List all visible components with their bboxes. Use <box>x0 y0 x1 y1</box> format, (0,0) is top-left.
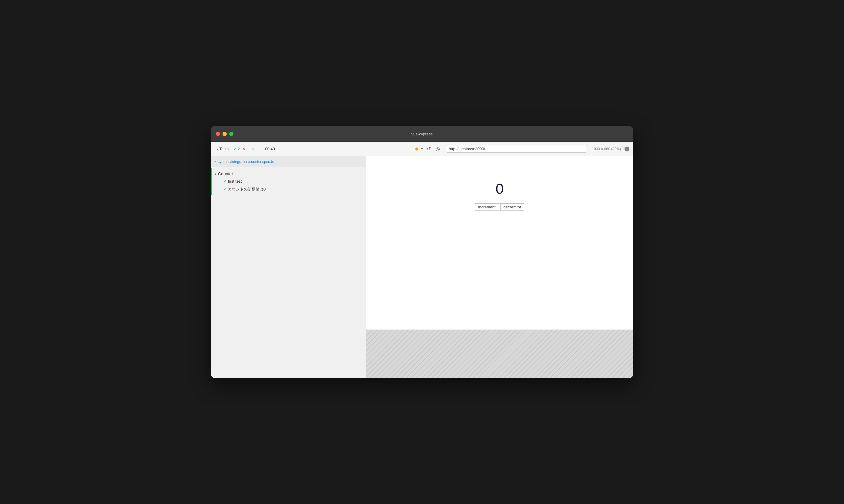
browser-viewport: 0 increment decremtnt <box>366 156 633 329</box>
increment-button[interactable]: increment <box>475 203 499 211</box>
fail-count: ✕ -- <box>242 147 249 151</box>
pass-count-value: 2 <box>238 147 240 151</box>
minimize-button[interactable] <box>223 132 227 136</box>
spec-file-bar: ▪ cypress/integration/counter.spec.ts <box>211 156 366 167</box>
tests-label: Tests <box>220 147 228 151</box>
test-item[interactable]: ✓ first test <box>214 178 362 185</box>
right-panel: 0 increment decremtnt <box>366 156 633 378</box>
counter-buttons: increment decremtnt <box>475 203 524 211</box>
test-suite-wrapper: ▾ Counter ✓ first test ✓ カウントの初期値は0 <box>211 168 366 195</box>
url-input[interactable] <box>449 147 584 151</box>
main-content: ▪ cypress/integration/counter.spec.ts ▾ … <box>211 156 633 378</box>
title-bar: vue-cypress <box>211 126 633 142</box>
pass-icon: ✓ <box>223 179 226 183</box>
fail-count-value: -- <box>246 147 249 151</box>
status-dot <box>415 147 418 150</box>
target-button[interactable]: ◎ <box>434 145 441 153</box>
app-window: vue-cypress ‹ Tests ✓ 2 ✕ -- ○ -- 00.43 … <box>211 126 633 378</box>
chevron-left-icon: ‹ <box>217 147 218 151</box>
reload-button[interactable]: ↺ <box>426 145 432 153</box>
pass-icon: ✓ <box>223 187 226 192</box>
check-icon: ✓ <box>234 147 237 151</box>
traffic-lights <box>216 132 234 136</box>
pending-count: ○ -- <box>252 147 258 151</box>
test-suite: ▾ Counter ✓ first test ✓ カウントの初期値は0 <box>211 168 366 195</box>
spec-file-name[interactable]: cypress/integration/counter.spec.ts <box>218 160 274 164</box>
info-icon[interactable]: i <box>624 147 630 151</box>
toolbar: ‹ Tests ✓ 2 ✕ -- ○ -- 00.43 ↺ ◎ 1000 × <box>211 142 633 156</box>
test-tree: ▾ Counter ✓ first test ✓ カウントの初期値は0 <box>211 167 366 378</box>
active-indicator <box>211 168 212 195</box>
test-name: first test <box>228 179 242 183</box>
striped-area <box>366 329 633 378</box>
window-title: vue-cypress <box>411 132 433 136</box>
suite-header[interactable]: ▾ Counter <box>214 170 362 178</box>
maximize-button[interactable] <box>229 132 234 136</box>
close-button[interactable] <box>216 132 220 136</box>
left-panel: ▪ cypress/integration/counter.spec.ts ▾ … <box>211 156 366 378</box>
divider <box>261 146 261 152</box>
pending-icon: ○ <box>252 147 254 151</box>
viewport-info: 1000 × 660 (83%) <box>592 147 621 151</box>
suite-name: Counter <box>218 172 233 176</box>
test-name: カウントの初期値は0 <box>228 186 265 192</box>
pending-count-value: -- <box>255 147 258 151</box>
url-bar[interactable] <box>446 145 587 152</box>
file-icon: ▪ <box>214 160 216 164</box>
pass-count: ✓ 2 <box>234 147 240 151</box>
test-item[interactable]: ✓ カウントの初期値は0 <box>214 185 362 194</box>
suite-chevron-icon: ▾ <box>214 172 216 176</box>
timer: 00.43 <box>265 147 275 151</box>
tests-button[interactable]: ‹ Tests <box>214 145 231 152</box>
sort-icon <box>421 148 423 149</box>
counter-display: 0 <box>496 181 504 197</box>
decrement-button[interactable]: decremtnt <box>500 203 524 211</box>
app-content: 0 increment decremtnt <box>366 156 633 329</box>
x-icon: ✕ <box>242 147 245 151</box>
